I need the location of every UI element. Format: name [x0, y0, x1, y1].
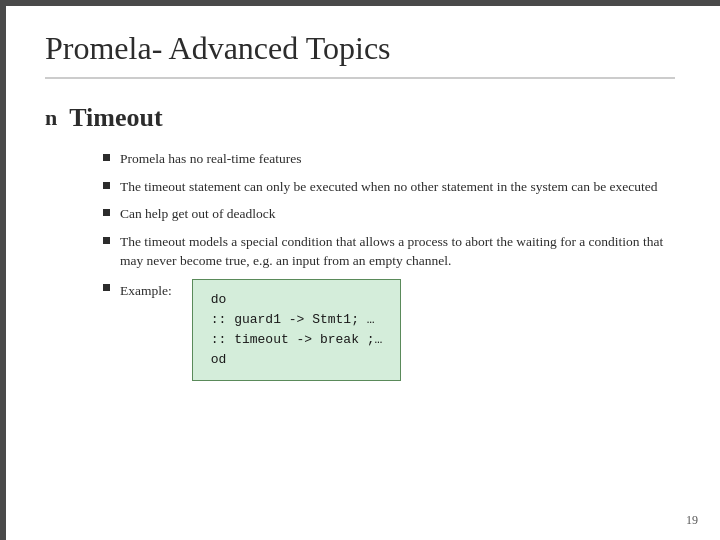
bullet-square-icon [103, 284, 110, 291]
example-row: Example: do :: guard1 -> Stmt1; … :: tim… [120, 279, 401, 382]
list-item: The timeout models a special condition t… [103, 232, 675, 271]
slide-content: Promela- Advanced Topics n Timeout Prome… [0, 0, 720, 419]
example-label: Example: [120, 281, 172, 301]
page-number: 19 [686, 513, 698, 528]
bullet-square-icon [103, 154, 110, 161]
bullet-text-1: Promela has no real-time features [120, 149, 301, 169]
left-bar [0, 0, 6, 540]
bullet-text-2: The timeout statement can only be execut… [120, 177, 658, 197]
slide-title: Promela- Advanced Topics [45, 30, 675, 79]
bullet-square-icon [103, 182, 110, 189]
list-item-example: Example: do :: guard1 -> Stmt1; … :: tim… [103, 279, 675, 382]
code-line-4: od [211, 350, 383, 370]
code-line-3: :: timeout -> break ;… [211, 330, 383, 350]
code-line-2: :: guard1 -> Stmt1; … [211, 310, 383, 330]
slide: Promela- Advanced Topics n Timeout Prome… [0, 0, 720, 540]
list-item: Can help get out of deadlock [103, 204, 675, 224]
section-bullet: n [45, 105, 57, 131]
list-item: The timeout statement can only be execut… [103, 177, 675, 197]
bullet-square-icon [103, 237, 110, 244]
code-block: do :: guard1 -> Stmt1; … :: timeout -> b… [192, 279, 402, 382]
top-bar [0, 0, 720, 6]
bullet-text-3: Can help get out of deadlock [120, 204, 276, 224]
section-title: Timeout [69, 103, 162, 133]
bullet-text-4: The timeout models a special condition t… [120, 232, 675, 271]
list-item: Promela has no real-time features [103, 149, 675, 169]
code-line-1: do [211, 290, 383, 310]
bullet-square-icon [103, 209, 110, 216]
section-header: n Timeout [45, 103, 675, 133]
bullet-list: Promela has no real-time features The ti… [103, 149, 675, 381]
